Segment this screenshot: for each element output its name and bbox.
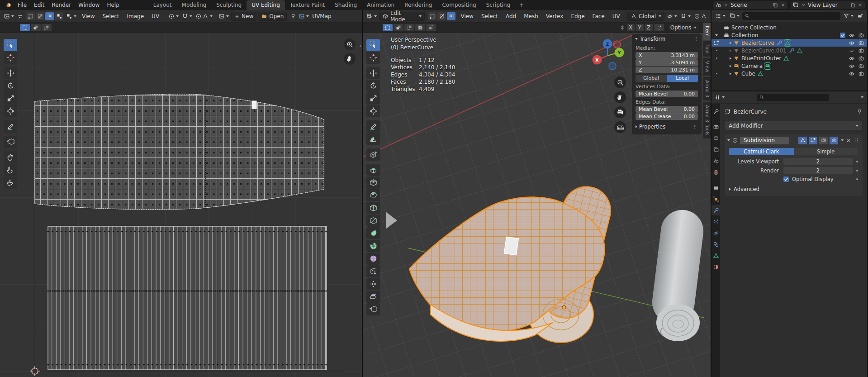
workspace-tab-texture-paint[interactable]: Texture Paint (285, 0, 330, 10)
render-levels-field[interactable]: 2 (783, 167, 853, 174)
pin-icon[interactable] (290, 13, 296, 19)
tab-render[interactable] (711, 122, 720, 132)
perspective-toggle-button[interactable] (614, 121, 626, 133)
tool-shrink-fatten[interactable] (366, 278, 380, 290)
advanced-section-header[interactable]: Advanced (729, 186, 858, 192)
tool-spin[interactable] (366, 240, 380, 252)
mesh-data-icon[interactable] (797, 48, 803, 54)
transform-orientation-dropdown[interactable]: Global (627, 12, 664, 21)
drag-dots-icon[interactable] (693, 36, 698, 42)
tab-world[interactable] (711, 167, 720, 177)
uv-select-mode-island[interactable] (55, 12, 63, 20)
remove-view-layer-icon[interactable] (858, 2, 863, 8)
sidebar-tab-view[interactable]: View (703, 58, 711, 76)
tool-move[interactable] (4, 67, 17, 79)
workspace-tab-shading[interactable]: Shading (330, 0, 362, 10)
select-mode-face[interactable] (447, 12, 455, 20)
snap-toggle[interactable] (679, 12, 692, 20)
render-toggle[interactable] (830, 137, 838, 144)
uv-image-preview-dropdown[interactable] (298, 12, 310, 20)
tool-rotate[interactable] (366, 80, 380, 92)
tool-transform[interactable] (4, 105, 17, 117)
collection-checkbox[interactable] (840, 33, 845, 38)
render-camera-icon[interactable] (858, 55, 864, 62)
workspace-tab-sculpting[interactable]: Sculpting (211, 0, 247, 10)
viewport-zoom-button[interactable] (614, 76, 626, 88)
uv-menu-uv[interactable]: UV (148, 12, 162, 21)
levels-viewport-field[interactable]: 2 (783, 158, 853, 165)
mirror-y-toggle[interactable]: Y (636, 24, 644, 31)
tool-measure[interactable] (366, 133, 380, 145)
sidebar-tab-arma3[interactable]: Arma 3 (703, 77, 711, 100)
select-mode-edge[interactable] (437, 12, 446, 20)
tool-loop-cut[interactable] (366, 202, 380, 214)
tab-tool[interactable] (711, 106, 720, 117)
tool-bevel[interactable] (366, 189, 380, 201)
menu-edit[interactable]: Edit (30, 1, 48, 9)
vp-box-select-intersect[interactable] (426, 24, 436, 31)
expand-icon[interactable] (730, 49, 731, 52)
workspace-tab-uv-editing[interactable]: UV Editing (247, 0, 285, 10)
median-x-field[interactable]: X3.3143 m (636, 52, 698, 59)
outliner-row-scene-collection[interactable]: Scene Collection (711, 24, 867, 31)
tool-move[interactable] (366, 67, 380, 79)
viewport-canvas[interactable]: User Perspective (0) BezierCurve Objects… (363, 33, 711, 377)
properties-search-input[interactable] (757, 94, 829, 101)
mirror-z-toggle[interactable]: Z (645, 24, 653, 31)
mirror-x-toggle[interactable]: X (627, 24, 635, 31)
display-in-editmode-toggle[interactable] (798, 137, 807, 144)
tool-scale[interactable] (366, 92, 380, 105)
uv-menu-view[interactable]: View (79, 12, 98, 21)
menu-render[interactable]: Render (48, 1, 75, 9)
mode-dropdown[interactable]: Edit Mode (379, 12, 425, 21)
outliner-filter-dropdown[interactable] (842, 12, 854, 20)
transform-panel-header[interactable]: Transform (632, 34, 701, 43)
tool-annotate[interactable] (4, 120, 17, 133)
render-camera-icon[interactable] (858, 48, 864, 54)
copy-view-layer-icon[interactable] (849, 2, 856, 8)
tool-relax[interactable] (4, 164, 17, 176)
vp-menu-mesh[interactable]: Mesh (521, 12, 541, 21)
viewport-editor-type-button[interactable] (365, 12, 378, 20)
menu-window[interactable]: Window (75, 1, 103, 9)
uv-sticky-mode-dropdown[interactable] (65, 12, 77, 20)
mesh-data-icon[interactable] (783, 55, 789, 62)
render-camera-icon[interactable] (858, 63, 864, 69)
outliner-row-beziercurve[interactable]: BezierCurve (711, 39, 867, 47)
expand-icon[interactable] (730, 57, 731, 60)
tool-pinch[interactable] (4, 177, 17, 189)
vp-box-select-extend[interactable] (394, 24, 403, 31)
viewport-pan-button[interactable] (614, 91, 626, 103)
tool-tweak-select[interactable] (366, 39, 380, 51)
tool-3d-cursor[interactable] (366, 52, 380, 64)
tool-inset-faces[interactable] (366, 177, 380, 189)
outliner-display-mode-dropdown[interactable] (728, 12, 740, 20)
breadcrumb-object-name[interactable]: BezierCurve (734, 109, 767, 115)
modifier-name-field[interactable]: Subdivision (740, 137, 789, 144)
uv-select-mode-face[interactable] (45, 12, 54, 20)
outliner-row-camera[interactable]: Camera (711, 62, 867, 70)
expand-icon[interactable] (715, 34, 718, 36)
eye-icon[interactable] (849, 32, 855, 38)
workspace-tab-rendering[interactable]: Rendering (399, 0, 437, 10)
sidebar-tab-item[interactable]: Item (703, 23, 711, 40)
tab-collection[interactable] (711, 182, 720, 193)
tool-rip-region[interactable] (366, 303, 380, 315)
render-camera-icon[interactable] (858, 32, 864, 38)
uv-pan-button[interactable] (344, 53, 356, 65)
tab-view-layer[interactable] (711, 144, 720, 155)
workspace-tab-animation[interactable]: Animation (362, 0, 399, 10)
tool-rotate[interactable] (4, 80, 17, 92)
outliner-row-beziercurve-001[interactable]: BezierCurve.001 (711, 47, 867, 54)
workspace-tab-compositing[interactable]: Compositing (437, 0, 481, 10)
vp-menu-select[interactable]: Select (478, 12, 501, 21)
box-select-mode-extend[interactable] (31, 24, 41, 31)
scene-selector[interactable]: Scene (713, 1, 788, 10)
workspace-tab-layout[interactable]: Layout (148, 0, 177, 10)
uv-canvas[interactable]: ‹ (0, 33, 362, 377)
tab-modifiers[interactable] (711, 205, 720, 215)
uv-snap-dropdown[interactable] (181, 12, 193, 20)
unlink-scene-icon[interactable] (780, 2, 786, 8)
uv-image-browse-dropdown[interactable] (218, 12, 230, 20)
mesh-data-icon[interactable] (757, 71, 764, 77)
